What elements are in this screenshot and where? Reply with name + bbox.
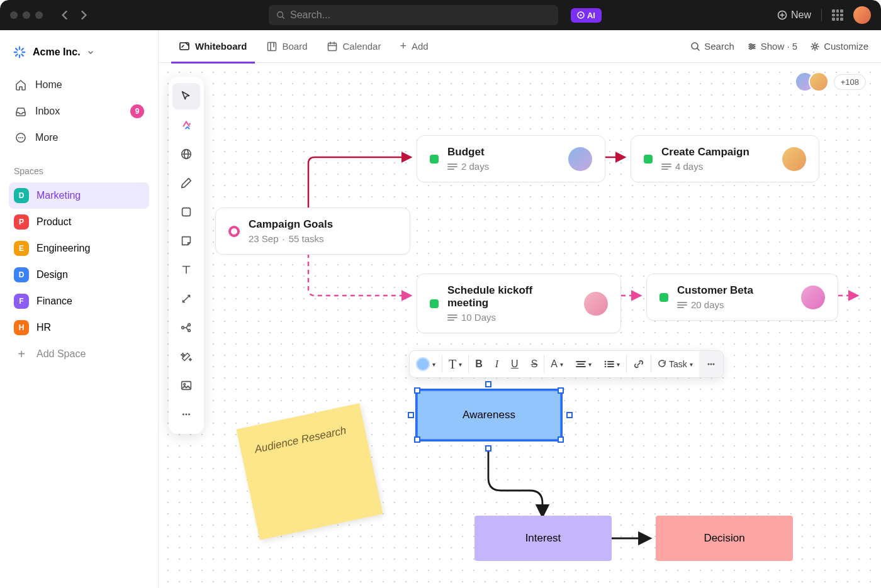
sidebar-item-inbox[interactable]: Inbox 9 — [9, 98, 149, 125]
apps-button[interactable] — [832, 9, 843, 21]
status-dot-icon — [430, 155, 439, 164]
svg-point-32 — [712, 363, 714, 365]
search-icon — [690, 42, 700, 52]
format-toolbar: ▾ T▾ B I U S A▾ ▾ ▾ Task ▾ — [409, 350, 724, 378]
task-card-create-campaign[interactable]: Create Campaign 4 days — [631, 135, 819, 182]
tool-shape[interactable] — [172, 199, 200, 225]
svg-point-14 — [749, 47, 751, 49]
tool-more[interactable] — [172, 401, 200, 428]
collaborator-count[interactable]: +108 — [834, 74, 866, 90]
svg-point-23 — [184, 384, 186, 386]
tab-add-view[interactable]: + Add — [392, 30, 435, 63]
tab-board[interactable]: Board — [259, 30, 315, 63]
space-icon: D — [14, 188, 29, 203]
task-card-customer-beta[interactable]: Customer Beta 20 days — [646, 274, 838, 321]
space-icon: P — [14, 214, 29, 230]
task-card-schedule-kickoff[interactable]: Schedule kickoff meeting 10 Days — [417, 274, 621, 333]
description-icon — [661, 162, 671, 171]
nav-forward-button[interactable] — [76, 6, 93, 24]
sidebar-item-more[interactable]: More — [9, 125, 149, 151]
sidebar-space-hr[interactable]: HHR — [9, 314, 149, 341]
sidebar-space-design[interactable]: DDesign — [9, 262, 149, 288]
collaborator-avatar[interactable] — [809, 72, 829, 92]
svg-point-31 — [710, 363, 712, 365]
tool-select[interactable] — [172, 83, 200, 109]
task-card-budget[interactable]: Budget 2 days — [417, 135, 605, 182]
status-dot-icon — [430, 299, 439, 308]
home-icon — [14, 78, 28, 92]
svg-rect-9 — [267, 42, 276, 50]
global-search-input[interactable]: Search... — [269, 5, 558, 25]
tool-generate[interactable] — [172, 112, 200, 138]
sidebar-space-engineering[interactable]: EEngineering — [9, 235, 149, 262]
svg-rect-8 — [180, 43, 189, 50]
assignee-avatar[interactable] — [801, 286, 825, 309]
assignee-avatar[interactable] — [568, 147, 592, 171]
customize-button[interactable]: Customize — [810, 41, 868, 52]
assignee-avatar[interactable] — [782, 147, 806, 171]
svg-rect-10 — [328, 43, 336, 50]
canvas-search-button[interactable]: Search — [690, 41, 734, 52]
svg-point-28 — [605, 363, 607, 365]
nav-back-button[interactable] — [55, 6, 73, 24]
tab-calendar[interactable]: Calendar — [319, 30, 389, 63]
tool-pen[interactable] — [172, 170, 200, 196]
calendar-icon — [327, 41, 338, 52]
sidebar-space-product[interactable]: PProduct — [9, 209, 149, 235]
svg-point-29 — [605, 366, 607, 368]
sidebar-space-finance[interactable]: FFinance — [9, 288, 149, 314]
space-icon: D — [14, 267, 29, 282]
whiteboard-canvas[interactable]: +108 — [159, 63, 881, 588]
convert-task-button[interactable]: Task ▾ — [651, 350, 699, 378]
gear-icon — [810, 42, 820, 52]
font-button[interactable]: T▾ — [442, 350, 468, 378]
italic-button[interactable]: I — [489, 350, 505, 378]
text-color-button[interactable]: A▾ — [544, 350, 570, 378]
svg-point-26 — [188, 414, 190, 416]
ai-button[interactable]: AI — [571, 8, 602, 23]
tool-connector[interactable] — [172, 286, 200, 312]
new-button[interactable]: New — [777, 9, 811, 21]
color-picker-button[interactable]: ▾ — [410, 350, 442, 378]
tool-web[interactable] — [172, 141, 200, 167]
shape-interest[interactable]: Interest — [474, 516, 612, 561]
space-icon: E — [14, 241, 29, 256]
task-card-campaign-goals[interactable]: Campaign Goals 23 Sep·55 tasks — [215, 208, 410, 255]
list-button[interactable]: ▾ — [598, 350, 626, 378]
align-button[interactable]: ▾ — [570, 350, 598, 378]
format-more-button[interactable] — [699, 350, 723, 378]
underline-button[interactable]: U — [505, 350, 525, 378]
link-button[interactable] — [627, 350, 651, 378]
shape-awareness[interactable]: Awareness — [417, 390, 561, 440]
workspace-selector[interactable]: Acme Inc. — [9, 40, 149, 72]
shape-decision[interactable]: Decision — [656, 516, 793, 561]
whiteboard-icon — [179, 41, 190, 52]
svg-point-25 — [186, 414, 188, 416]
status-dot-icon — [644, 155, 653, 164]
tool-text[interactable] — [172, 257, 200, 283]
tool-sticky[interactable] — [172, 228, 200, 254]
sticky-note[interactable]: Audience Research — [236, 403, 383, 540]
sidebar-item-home[interactable]: Home — [9, 72, 149, 98]
search-placeholder: Search... — [290, 9, 330, 21]
assignee-avatar[interactable] — [584, 292, 608, 316]
space-label: Engineering — [36, 243, 90, 254]
sidebar-space-marketing[interactable]: DMarketing — [9, 182, 149, 209]
tool-image[interactable] — [172, 372, 200, 399]
content-area: Whiteboard Board Calendar + Add Search — [159, 30, 881, 588]
bold-button[interactable]: B — [469, 350, 489, 378]
add-space-button[interactable]: + Add Space — [9, 341, 149, 367]
tab-whiteboard[interactable]: Whiteboard — [171, 30, 255, 63]
svg-point-21 — [188, 330, 191, 332]
window-controls[interactable] — [10, 11, 43, 19]
tool-magic[interactable] — [172, 343, 200, 370]
tool-mindmap[interactable] — [172, 314, 200, 341]
svg-point-15 — [814, 45, 817, 48]
strikethrough-button[interactable]: S — [525, 350, 544, 378]
show-filter-button[interactable]: Show · 5 — [747, 41, 797, 52]
description-icon — [447, 313, 457, 322]
space-label: Product — [36, 216, 71, 228]
user-avatar[interactable] — [853, 6, 871, 24]
description-icon — [677, 301, 687, 309]
svg-point-13 — [752, 45, 754, 47]
